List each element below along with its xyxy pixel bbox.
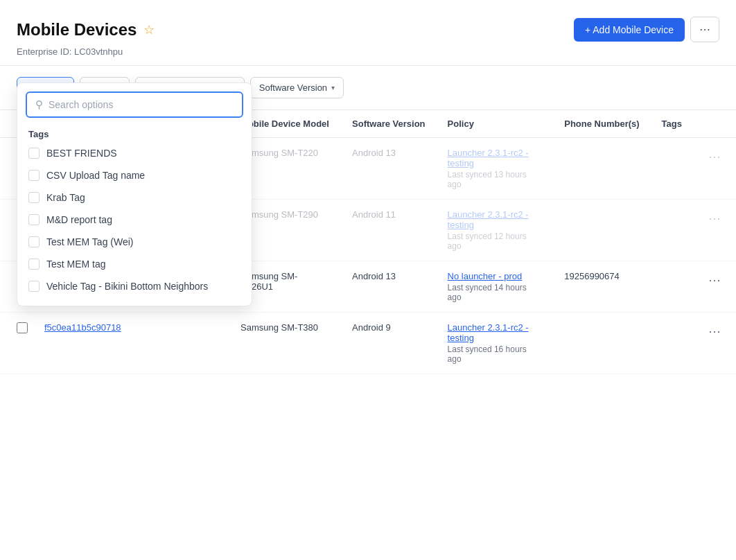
tags-cell [651, 200, 693, 261]
sync-time: Last synced 16 hours ago [448, 344, 543, 364]
software-cell: Android 9 [341, 313, 436, 374]
tag-label-test-mem-wei: Test MEM Tag (Wei) [46, 236, 134, 247]
software-value: Android 13 [352, 148, 396, 158]
serial-cell [132, 313, 229, 374]
row-select-checkbox[interactable] [17, 322, 28, 333]
tag-option-test-mem[interactable]: Test MEM tag [17, 253, 252, 275]
tags-cell [651, 138, 693, 200]
row-actions-cell: ⋯ [693, 138, 736, 200]
search-input[interactable] [49, 99, 234, 110]
col-policy: Policy [437, 110, 554, 138]
tag-option-md-report[interactable]: M&D report tag [17, 209, 252, 231]
tag-checkbox-vehicle-tag[interactable] [28, 281, 40, 292]
row-checkbox-cell [0, 313, 33, 374]
tag-checkbox-test-mem-wei[interactable] [28, 236, 40, 247]
row-actions-cell: ⋯ [693, 200, 736, 261]
software-value: Android 11 [352, 209, 396, 220]
tag-label-krab-tag: Krab Tag [46, 192, 85, 203]
phone-cell [553, 138, 650, 200]
model-cell: Samsung SM-T380 [229, 313, 341, 374]
software-cell: Android 11 [341, 200, 436, 261]
policy-cell: Launcher 2.3.1-rc2 - testing Last synced… [437, 313, 554, 374]
row-actions-cell: ⋯ [693, 313, 736, 374]
tag-option-vehicle-tag[interactable]: Vehicle Tag - Bikini Bottom Neighbors [17, 275, 252, 297]
policy-link[interactable]: Launcher 2.3.1-rc2 - testing [448, 148, 529, 168]
phone-cell [553, 200, 650, 261]
col-actions [693, 110, 736, 138]
search-icon: ⚲ [35, 98, 43, 111]
tag-label-best-friends: BEST FRIENDS [46, 148, 117, 159]
software-value: Android 13 [352, 271, 396, 281]
tag-option-krab-tag[interactable]: Krab Tag [17, 186, 252, 209]
row-more-button[interactable]: ⋯ [704, 271, 725, 289]
tag-checkbox-krab-tag[interactable] [28, 192, 40, 203]
tags-section-label: Tags [17, 123, 252, 142]
policy-link[interactable]: No launcher - prod [448, 271, 523, 281]
tag-option-csv-upload[interactable]: CSV Upload Tag name [17, 164, 252, 186]
row-actions-cell: ⋯ [693, 261, 736, 313]
more-options-button[interactable]: ⋯ [690, 17, 719, 42]
tag-checkbox-csv-upload[interactable] [28, 170, 40, 181]
version-filter-label: Software Version [259, 82, 327, 93]
software-cell: Android 13 [341, 138, 436, 200]
enterprise-id: Enterprise ID: LC03vtnhpu [17, 46, 719, 57]
col-phone: Phone Number(s) [553, 110, 650, 138]
policy-link[interactable]: Launcher 2.3.1-rc2 - testing [448, 209, 529, 230]
tag-label-vehicle-tag: Vehicle Tag - Bikini Bottom Neighbors [46, 281, 208, 292]
version-chevron-icon: ▾ [331, 84, 335, 91]
tags-cell [651, 313, 693, 374]
software-value: Android 9 [352, 322, 391, 333]
tag-checkbox-md-report[interactable] [28, 214, 40, 225]
filter-bar: 🏷 Tags ▾ ⚲ Tags BEST FRIENDS CSV Uploa [0, 66, 736, 110]
phone-value: 19256990674 [564, 271, 620, 281]
tag-checkbox-test-mem[interactable] [28, 259, 40, 270]
row-more-button[interactable]: ⋯ [704, 148, 725, 166]
col-software: Software Version [341, 110, 436, 138]
search-input-wrapper: ⚲ [26, 91, 243, 118]
model-value: Samsung SM-T380 [240, 322, 318, 333]
policy-cell: No launcher - prod Last synced 14 hours … [437, 261, 554, 313]
tag-label-csv-upload: CSV Upload Tag name [46, 170, 145, 181]
policy-link[interactable]: Launcher 2.3.1-rc2 - testing [448, 322, 529, 343]
phone-cell [553, 313, 650, 374]
sync-time: Last synced 14 hours ago [448, 283, 543, 302]
tag-options-list: BEST FRIENDS CSV Upload Tag name Krab Ta… [17, 142, 252, 297]
row-more-button[interactable]: ⋯ [704, 322, 725, 340]
favorite-icon[interactable]: ☆ [143, 22, 155, 37]
software-cell: Android 13 [341, 261, 436, 313]
version-filter-button[interactable]: Software Version ▾ [250, 77, 344, 98]
device-id-link[interactable]: f5c0ea11b5c90718 [44, 322, 121, 333]
tag-checkbox-best-friends[interactable] [28, 148, 40, 159]
table-row: f5c0ea11b5c90718 Samsung SM-T380 Android… [0, 313, 736, 374]
tags-dropdown-panel: ⚲ Tags BEST FRIENDS CSV Upload Tag name … [17, 82, 252, 306]
tag-option-best-friends[interactable]: BEST FRIENDS [17, 142, 252, 164]
tags-cell [651, 261, 693, 313]
sync-time: Last synced 12 hours ago [448, 231, 543, 251]
policy-cell: Launcher 2.3.1-rc2 - testing Last synced… [437, 138, 554, 200]
tag-label-test-mem: Test MEM tag [46, 259, 106, 270]
add-mobile-device-button[interactable]: + Add Mobile Device [574, 18, 685, 42]
tag-label-md-report: M&D report tag [46, 214, 112, 225]
col-tags: Tags [651, 110, 693, 138]
row-more-button[interactable]: ⋯ [704, 209, 725, 227]
phone-cell: 19256990674 [553, 261, 650, 313]
sync-time: Last synced 13 hours ago [448, 170, 543, 189]
device-id-cell: f5c0ea11b5c90718 [33, 313, 132, 374]
tag-option-test-mem-wei[interactable]: Test MEM Tag (Wei) [17, 231, 252, 253]
policy-cell: Launcher 2.3.1-rc2 - testing Last synced… [437, 200, 554, 261]
page-title: Mobile Devices [17, 20, 137, 40]
